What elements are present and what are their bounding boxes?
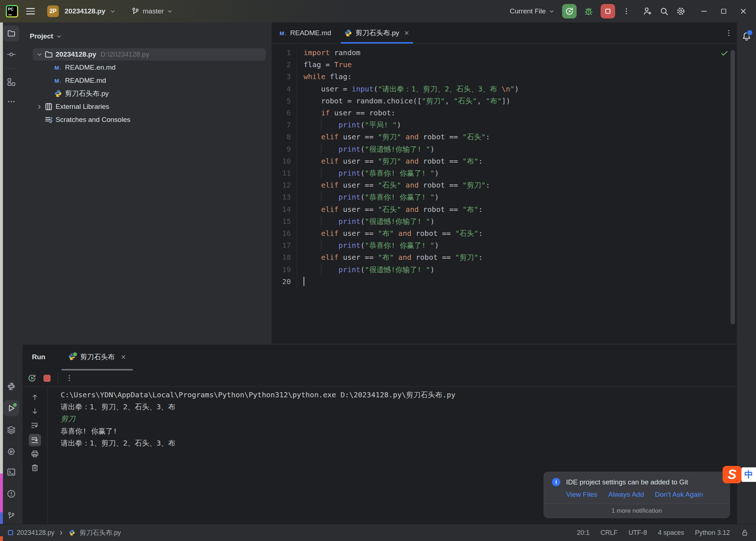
console-line: 恭喜你! 你赢了! [61,425,737,437]
lock-open-icon[interactable] [741,529,749,537]
breadcrumb[interactable]: 20234128.py 剪刀石头布.py [0,528,121,537]
status-widget[interactable]: UTF-8 [629,529,647,537]
arrow-down-icon [31,407,39,415]
project-name[interactable]: 20234128.py [65,7,105,15]
line-number: 19 [272,264,291,276]
line-number: 3 [272,71,291,83]
code-line: if user == robot: [304,107,737,119]
maximize-icon [720,8,727,15]
tree-item-path: D:\20234128.py [101,50,149,58]
notifications-button[interactable] [741,30,752,42]
project-badge[interactable]: 2P [47,5,59,17]
notification-toast: i IDE project settings can be added to G… [544,472,730,518]
notification-action-link[interactable]: Don't Ask Again [655,491,703,499]
line-number: 10 [272,155,291,167]
window-close-button[interactable] [737,5,749,17]
line-number: 1 [272,47,291,59]
inspections-ok-icon[interactable] [720,49,728,57]
run-tab[interactable]: 剪刀石头布 [61,344,133,370]
more-notifications-button[interactable]: 1 more notification [544,504,729,518]
more-actions-button[interactable] [622,7,630,15]
git-tool-button[interactable] [3,508,19,524]
project-panel: Project 20234128.pyD:\20234128.pyM↓READM… [23,22,272,344]
notification-action-link[interactable]: Always Add [608,491,644,499]
console-options-button[interactable] [65,374,73,382]
code-line: elif user == "剪刀" and robot == "布": [304,155,737,167]
status-widget[interactable]: Python 3.12 [695,529,730,537]
code-editor[interactable]: 1234567891011121314151617181920 import r… [272,44,737,288]
print-button[interactable] [29,448,41,460]
tab-options-button[interactable] [725,29,733,37]
status-widget[interactable]: 20:1 [577,529,590,537]
code-with-me-button[interactable] [643,7,652,16]
code-line: print("平局! ") [304,119,737,131]
main-menu-icon[interactable] [26,6,35,16]
code-line [304,276,737,288]
tree-item[interactable]: External Libraries [23,100,272,113]
status-widget[interactable]: CRLF [601,529,618,537]
problems-tool-button[interactable] [3,486,19,502]
tree-item[interactable]: Scratches and Consoles [23,113,272,126]
scroll-up-button[interactable] [29,391,41,403]
line-number: 8 [272,131,291,143]
python-console-tool-button[interactable] [3,378,19,394]
editor-area: M↓README.md剪刀石头布.py 12345678910111213141… [272,22,737,344]
run-toolbar [23,370,737,387]
code-line: print("很遗憾!你输了! ") [304,264,737,276]
python-packages-tool-button[interactable] [3,444,19,460]
run-configuration-select[interactable]: Current File [510,7,555,15]
stop-button[interactable] [44,375,50,382]
more-icon [7,97,16,106]
chevron-down-icon[interactable] [110,8,116,15]
close-icon[interactable] [404,30,410,36]
ime-language-indicator[interactable]: 中 [741,467,756,482]
soft-wrap-button[interactable] [29,419,41,432]
code-line: elif user == "剪刀" and robot == "石头": [304,131,737,143]
branch-icon [131,7,140,16]
clear-all-button[interactable] [29,462,41,474]
tree-item[interactable]: 20234128.pyD:\20234128.py [23,48,272,61]
editor-tab[interactable]: M↓README.md [273,22,338,44]
editor-scrollbar[interactable] [731,50,735,324]
notification-action-link[interactable]: View Files [566,491,597,499]
chevron-down-icon [549,8,555,15]
search-everywhere-button[interactable] [659,7,669,16]
line-number: 2 [272,59,291,71]
run-tool-button[interactable] [3,400,19,416]
chevron-down-icon[interactable] [56,33,62,40]
stop-button[interactable] [601,4,615,19]
status-widget[interactable]: 4 spaces [658,529,684,537]
project-tool-button[interactable] [3,25,19,41]
structure-tool-button[interactable] [3,74,19,90]
tab-label: 剪刀石头布.py [355,28,399,38]
window-minimize-button[interactable] [698,5,710,17]
notification-actions: View FilesAlways AddDon't Ask Again [566,491,722,499]
sogou-ime-icon[interactable]: S [723,466,741,483]
line-number: 11 [272,167,291,179]
terminal-tool-button[interactable] [3,464,19,480]
settings-button[interactable] [676,7,686,16]
code-content: import randomflag = Truewhile flag: user… [297,47,737,288]
services-tool-button[interactable] [3,422,19,438]
scroll-to-end-button[interactable] [29,434,41,446]
tree-item[interactable]: M↓README.en.md [23,61,272,74]
tree-item[interactable]: 剪刀石头布.py [23,87,272,100]
editor-gutter[interactable]: 1234567891011121314151617181920 [272,47,297,288]
rerun-button[interactable] [28,374,36,382]
window-maximize-button[interactable] [718,5,730,17]
editor-tab[interactable]: 剪刀石头布.py [338,22,416,44]
line-number: 5 [272,95,291,107]
debug-button[interactable] [584,7,593,16]
close-icon[interactable] [121,354,126,360]
more-tool-windows-button[interactable] [3,94,19,110]
commit-tool-button[interactable] [3,46,19,62]
scroll-down-button[interactable] [29,405,41,417]
breadcrumb-project[interactable]: 20234128.py [17,529,54,537]
breadcrumb-file[interactable]: 剪刀石头布.py [80,528,121,537]
tree-item[interactable]: M↓README.md [23,74,272,87]
code-line: print("很遗憾!你输了! ") [304,216,737,228]
vcs-branch-widget[interactable]: master [131,7,173,16]
rerun-button[interactable] [562,4,577,19]
left-tool-stripe [0,22,23,524]
project-panel-title: Project [30,32,53,40]
